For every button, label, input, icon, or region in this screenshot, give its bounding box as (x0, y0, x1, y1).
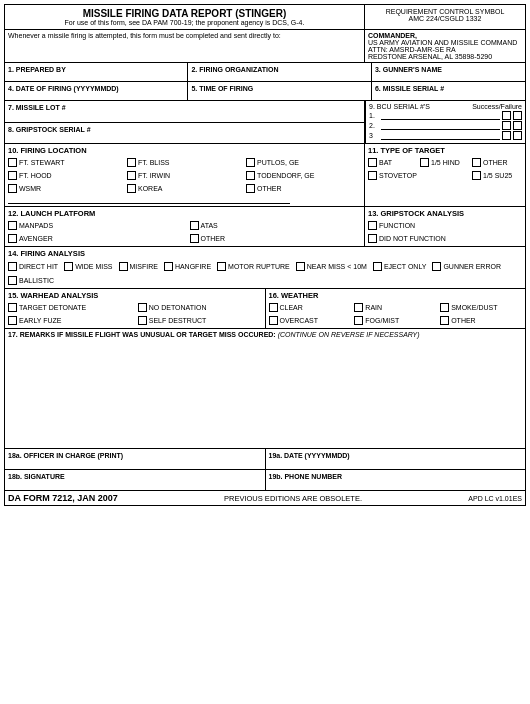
cb-manpads: MANPADS (8, 221, 180, 230)
cb-stovetop: STOVETOP (368, 171, 470, 180)
cb-wide-miss: WIDE MISS (64, 262, 112, 271)
field-11-label: 11. TYPE OF TARGET (368, 146, 522, 155)
field-15-label: 15. WARHEAD ANALYSIS (8, 291, 262, 300)
field-16-label: 16. WEATHER (269, 291, 523, 300)
sig-row-2: 18b. SIGNATURE 19b. PHONE NUMBER (5, 470, 525, 491)
cb-near-miss: NEAR MISS < 10M (296, 262, 367, 271)
row-15-16: 15. WARHEAD ANALYSIS TARGET DETONATE NO … (5, 289, 525, 329)
send-to-address: COMMANDER, US ARMY AVIATION AND MISSILE … (365, 30, 525, 62)
cb-wsmr: WSMR (8, 184, 123, 193)
field-18a: 18a. OFFICER IN CHARGE (PRINT) (5, 449, 266, 469)
field-13: 13. GRIPSTOCK ANALYSIS FUNCTION DID NOT … (365, 207, 525, 246)
cb-putlos: PUTLOS, GE (246, 158, 361, 167)
field-1: 1. PREPARED BY (5, 63, 188, 81)
footer-center-text: PREVIOUS EDITIONS ARE OBSOLETE. (128, 494, 459, 503)
cb-todendorf: TODENDORF, GE (246, 171, 361, 180)
row-4-5-6: 4. DATE OF FIRING (YYYYMMDD) 5. TIME OF … (5, 82, 525, 101)
form-title: MISSILE FIRING DATA REPORT (STINGER) (9, 8, 360, 19)
cb-self-destruct: SELF DESTRUCT (138, 316, 262, 325)
footer-row: DA FORM 7212, JAN 2007 PREVIOUS EDITIONS… (5, 491, 525, 505)
field-16: 16. WEATHER CLEAR RAIN SMOKE/DUST OVERCA… (266, 289, 526, 328)
bcu-header: 9. BCU SERIAL #'S Success/Failure (369, 103, 522, 110)
cb-ft-bliss: FT. BLISS (127, 158, 242, 167)
bcu-entry-1: 1. (369, 111, 522, 120)
cb-early-fuze: EARLY FUZE (8, 316, 132, 325)
field-19a-label: 19a. DATE (YYYYMMDD) (269, 452, 350, 459)
field-17-remarks: 17. REMARKS IF MISSILE FLIGHT WAS UNUSUA… (5, 329, 525, 449)
cb-hind: 1/5 HIND (420, 158, 470, 167)
field-19a: 19a. DATE (YYYYMMDD) (266, 449, 526, 469)
field-19b-label: 19b. PHONE NUMBER (269, 473, 343, 480)
row-12-13: 12. LAUNCH PLATFORM MANPADS ATAS AVENGER… (5, 207, 525, 247)
cb-other-16: OTHER (440, 316, 522, 325)
field-8-label: 8. GRIPSTOCK SERIAL # (8, 126, 91, 133)
field-7: 7. MISSILE LOT # (5, 101, 364, 123)
row-7-8-9: 7. MISSILE LOT # 8. GRIPSTOCK SERIAL # 9… (5, 101, 525, 144)
send-to-text: Whenever a missile firing is attempted, … (5, 30, 365, 62)
bcu-entry-3: 3 (369, 131, 522, 140)
cb-other-10: OTHER (246, 184, 361, 193)
field-3: 3. GUNNER'S NAME (372, 63, 525, 81)
addr-line-4: REDSTONE ARSENAL, AL 35898-5290 (368, 53, 522, 60)
field-8: 8. GRIPSTOCK SERIAL # (5, 123, 364, 144)
form-id: DA FORM 7212, JAN 2007 (8, 493, 118, 503)
header-left: MISSILE FIRING DATA REPORT (STINGER) For… (5, 5, 365, 29)
addr-line-2: US ARMY AVIATION AND MISSILE COMMAND (368, 39, 522, 46)
cb-korea: KOREA (127, 184, 242, 193)
field-9-bcu: 9. BCU SERIAL #'S Success/Failure 1. 2. … (365, 101, 525, 143)
field-11: 11. TYPE OF TARGET BAT 1/5 HIND OTHER ST… (365, 144, 525, 206)
field-12: 12. LAUNCH PLATFORM MANPADS ATAS AVENGER… (5, 207, 365, 246)
field-2-label: 2. FIRING ORGANIZATION (191, 66, 278, 73)
addr-line-3: ATTN: AMSRD-AMR-SE RA (368, 46, 522, 53)
form-subtitle: For use of this form, see DA PAM 700-19;… (9, 19, 360, 26)
bcu-3-failure-cb[interactable] (513, 131, 522, 140)
cb-clear: CLEAR (269, 303, 351, 312)
field-1-label: 1. PREPARED BY (8, 66, 66, 73)
cb-eject-only: EJECT ONLY (373, 262, 427, 271)
field-18b-label: 18b. SIGNATURE (8, 473, 65, 480)
field-2: 2. FIRING ORGANIZATION (188, 63, 371, 81)
cb-misfire: MISFIRE (119, 262, 158, 271)
row-10-11: 10. FIRING LOCATION FT. STEWART FT. BLIS… (5, 144, 525, 207)
bcu-sf-label: Success/Failure (472, 103, 522, 110)
cb-su25: 1/5 SU25 (472, 171, 522, 180)
sig-row-1: 18a. OFFICER IN CHARGE (PRINT) 19a. DATE… (5, 449, 525, 470)
cb-other-12: OTHER (190, 234, 362, 243)
field-4: 4. DATE OF FIRING (YYYYMMDD) (5, 82, 188, 100)
field-17-label: 17. REMARKS IF MISSILE FLIGHT WAS UNUSUA… (8, 331, 522, 338)
header-right: REQUIREMENT CONTROL SYMBOL AMC 224/CSGLD… (365, 5, 525, 29)
cb-smoke-dust: SMOKE/DUST (440, 303, 522, 312)
field-12-label: 12. LAUNCH PLATFORM (8, 209, 361, 218)
bcu-3-success-cb[interactable] (502, 131, 511, 140)
field-5-label: 5. TIME OF FIRING (191, 85, 253, 92)
header-row: MISSILE FIRING DATA REPORT (STINGER) For… (5, 5, 525, 30)
field-15: 15. WARHEAD ANALYSIS TARGET DETONATE NO … (5, 289, 266, 328)
field-10-label: 10. FIRING LOCATION (8, 146, 361, 155)
bcu-1-failure-cb[interactable] (513, 111, 522, 120)
cb-no-detonation: NO DETONATION (138, 303, 262, 312)
field-6: 6. MISSILE SERIAL # (372, 82, 525, 100)
bcu-1-success-cb[interactable] (502, 111, 511, 120)
cb-overcast: OVERCAST (269, 316, 351, 325)
cb-bat: BAT (368, 158, 418, 167)
cb-function: FUNCTION (368, 221, 522, 230)
bcu-2-success-cb[interactable] (502, 121, 511, 130)
bcu-entry-2: 2. (369, 121, 522, 130)
addr-line-1: COMMANDER, (368, 32, 522, 39)
cb-ft-stewart: FT. STEWART (8, 158, 123, 167)
cb-rain: RAIN (354, 303, 436, 312)
field-14-section: 14. FIRING ANALYSIS DIRECT HIT WIDE MISS… (5, 247, 525, 289)
footer-right-text: APD LC v1.01ES (468, 495, 522, 502)
cb-ballistic: BALLISTIC (8, 276, 54, 285)
cb-gunner-error: GUNNER ERROR (432, 262, 501, 271)
field-7-label: 7. MISSILE LOT # (8, 104, 66, 111)
bcu-label: 9. BCU SERIAL #'S (369, 103, 430, 110)
rcs-label: REQUIREMENT CONTROL SYMBOL (369, 8, 521, 15)
row-1-2-3: 1. PREPARED BY 2. FIRING ORGANIZATION 3.… (5, 63, 525, 82)
field-5: 5. TIME OF FIRING (188, 82, 371, 100)
cb-target-detonate: TARGET DETONATE (8, 303, 132, 312)
cb-hangfire: HANGFIRE (164, 262, 211, 271)
bcu-2-failure-cb[interactable] (513, 121, 522, 130)
field-19b: 19b. PHONE NUMBER (266, 470, 526, 490)
cb-other-11: OTHER (472, 158, 522, 167)
